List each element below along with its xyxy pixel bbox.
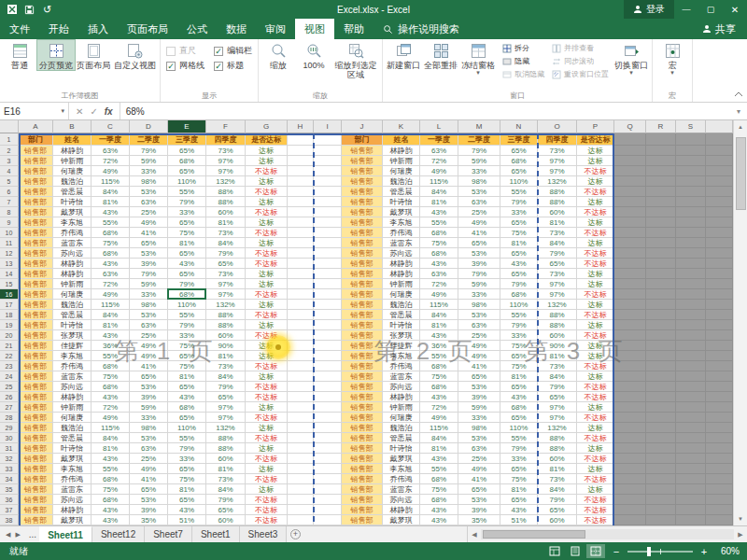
cell-B18[interactable]: 管悉晨 — [53, 310, 92, 320]
cell-F1[interactable]: 四季度 — [206, 133, 246, 146]
row-header-37[interactable]: 37 — [0, 505, 19, 515]
cell-R34[interactable] — [646, 474, 676, 484]
cell-G30[interactable]: 不达标 — [246, 433, 288, 443]
cell-F23[interactable]: 73% — [206, 361, 246, 371]
cell-K25[interactable]: 苏向远 — [383, 382, 420, 392]
cell-O12[interactable]: 79% — [538, 248, 577, 259]
cell-B8[interactable]: 戴梦琪 — [53, 207, 92, 217]
cell-A37[interactable]: 销售部 — [19, 505, 53, 515]
cell-S36[interactable] — [676, 495, 706, 505]
cell-G25[interactable]: 不达标 — [246, 382, 288, 392]
cell-A2[interactable]: 销售部 — [19, 146, 53, 156]
cell-P1[interactable]: 是否达标 — [577, 133, 614, 146]
cell-J16[interactable]: 销售部 — [342, 289, 383, 300]
cell-C1[interactable]: 一季度 — [92, 133, 130, 146]
cell-D23[interactable]: 41% — [130, 361, 168, 371]
cell-F34[interactable]: 73% — [206, 474, 246, 484]
cell-B11[interactable]: 蓝雷东 — [53, 238, 92, 248]
cell-D13[interactable]: 39% — [130, 259, 168, 269]
column-header-I[interactable]: I — [314, 120, 342, 133]
row-header-15[interactable]: 15 — [0, 279, 19, 289]
cell-J18[interactable]: 销售部 — [342, 310, 383, 320]
cell-R26[interactable] — [646, 392, 676, 402]
cell-D28[interactable]: 33% — [130, 413, 168, 423]
cell-D18[interactable]: 53% — [130, 310, 168, 320]
sheet-nav-right-icon[interactable]: ▶ — [15, 531, 20, 539]
share-button[interactable]: 共享 — [691, 19, 747, 39]
cell-O11[interactable]: 84% — [538, 238, 577, 248]
cell-O36[interactable]: 79% — [538, 495, 577, 505]
cell-G6[interactable]: 不达标 — [246, 187, 288, 197]
cell-D21[interactable]: 49% — [130, 341, 168, 351]
cell-D20[interactable]: 25% — [130, 330, 168, 341]
cell-I25[interactable] — [314, 382, 342, 392]
row-header-22[interactable]: 22 — [0, 351, 19, 361]
cell-O17[interactable]: 132% — [538, 300, 577, 310]
cell-M2[interactable]: 79% — [458, 146, 500, 156]
cell-C5[interactable]: 115% — [92, 176, 130, 187]
cell-N21[interactable]: 75% — [500, 341, 538, 351]
cell-Q32[interactable] — [614, 454, 646, 464]
cell-A9[interactable]: 销售部 — [19, 217, 53, 228]
cell-H18[interactable] — [288, 310, 314, 320]
cell-C7[interactable]: 81% — [92, 197, 130, 207]
cell-I33[interactable] — [314, 464, 342, 474]
row-header-17[interactable]: 17 — [0, 300, 19, 310]
cell-K27[interactable]: 钟新雨 — [383, 402, 420, 413]
cell-A29[interactable]: 销售部 — [19, 423, 53, 433]
cell-R24[interactable] — [646, 371, 676, 382]
cell-S15[interactable] — [676, 279, 706, 289]
cell-C27[interactable]: 72% — [92, 402, 130, 413]
row-header-26[interactable]: 26 — [0, 392, 19, 402]
cell-N23[interactable]: 75% — [500, 361, 538, 371]
cell-S25[interactable] — [676, 382, 706, 392]
cell-R27[interactable] — [646, 402, 676, 413]
cell-I28[interactable] — [314, 413, 342, 423]
cell-D37[interactable]: 39% — [130, 505, 168, 515]
cell-F33[interactable]: 81% — [206, 464, 246, 474]
cell-R31[interactable] — [646, 443, 676, 454]
cell-R36[interactable] — [646, 495, 676, 505]
select-all-corner[interactable] — [0, 120, 19, 133]
cell-N7[interactable]: 79% — [500, 197, 538, 207]
zoom-button[interactable]: 缩放 — [261, 40, 296, 70]
cell-R7[interactable] — [646, 197, 676, 207]
cell-N5[interactable]: 110% — [500, 176, 538, 187]
cell-F26[interactable]: 65% — [206, 392, 246, 402]
tab-data[interactable]: 数据 — [217, 19, 256, 39]
cell-J35[interactable]: 销售部 — [342, 484, 383, 495]
cell-D14[interactable]: 79% — [130, 269, 168, 279]
row-header-11[interactable]: 11 — [0, 238, 19, 248]
cell-C33[interactable]: 55% — [92, 464, 130, 474]
normal-view-toggle[interactable] — [545, 544, 564, 558]
cell-Q1[interactable] — [614, 133, 646, 146]
cell-R17[interactable] — [646, 300, 676, 310]
cell-N27[interactable]: 68% — [500, 402, 538, 413]
cell-M12[interactable]: 53% — [458, 248, 500, 259]
cell-S19[interactable] — [676, 320, 706, 330]
page-layout-view-button[interactable]: 页面布局 — [75, 40, 112, 70]
cell-M21[interactable]: 49% — [458, 341, 500, 351]
view-side-by-side-button[interactable]: 并排查看 — [552, 43, 609, 53]
cell-D29[interactable]: 98% — [130, 423, 168, 433]
cell-P28[interactable]: 不达标 — [577, 413, 614, 423]
column-header-C[interactable]: C — [92, 120, 130, 133]
cell-O4[interactable]: 97% — [538, 166, 577, 176]
cell-Q6[interactable] — [614, 187, 646, 197]
cell-N34[interactable]: 75% — [500, 474, 538, 484]
cell-A11[interactable]: 销售部 — [19, 238, 53, 248]
cell-H10[interactable] — [288, 228, 314, 238]
cell-K28[interactable]: 何瑞庚 — [383, 413, 420, 423]
cell-R4[interactable] — [646, 166, 676, 176]
cell-N25[interactable]: 65% — [500, 382, 538, 392]
cell-K29[interactable]: 魏浩泊 — [383, 423, 420, 433]
cell-L35[interactable]: 75% — [420, 484, 458, 495]
cell-O16[interactable]: 97% — [538, 289, 577, 300]
freeze-panes-button[interactable]: 冻结窗格 ▾ — [459, 40, 497, 76]
cell-H11[interactable] — [288, 238, 314, 248]
cell-L13[interactable]: 43% — [420, 259, 458, 269]
cell-K24[interactable]: 蓝雷东 — [383, 371, 420, 382]
cell-D34[interactable]: 41% — [130, 474, 168, 484]
hscroll-left-icon[interactable]: ◀ — [468, 531, 481, 539]
cell-G26[interactable]: 不达标 — [246, 392, 288, 402]
